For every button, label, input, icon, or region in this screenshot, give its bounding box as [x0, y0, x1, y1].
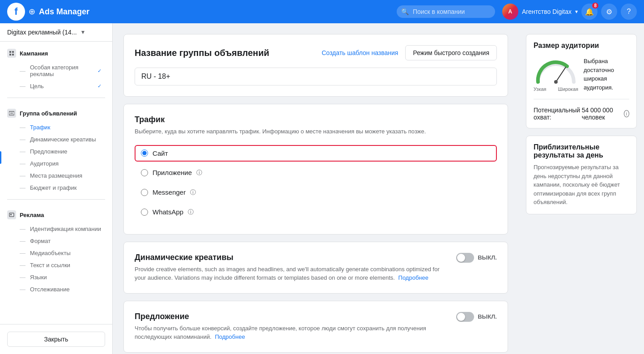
ad-group-name-title: Название группы объявлений: [135, 48, 269, 58]
ad-group-section-header[interactable]: Группа объявлений: [7, 107, 105, 121]
traffic-radio-whatsapp[interactable]: [141, 209, 148, 216]
account-selector[interactable]: Digitax рекламный (14... ▼: [0, 23, 112, 42]
offer-card: Предложение Чтобы получить больше конвер…: [123, 301, 508, 353]
main-layout: Digitax рекламный (14... ▼ Кампания — Ос…: [0, 23, 644, 354]
svg-rect-1: [12, 51, 14, 53]
agency-avatar-wrap[interactable]: A Агентство Digitax ▾: [502, 4, 578, 20]
traffic-label-messenger: Messenger: [153, 188, 186, 196]
dynamic-creatives-toggle-label: ВЫКЛ.: [478, 254, 497, 261]
close-button-wrap: Закрыть: [0, 324, 112, 354]
panel-divider: [534, 99, 629, 99]
nav-right: A Агентство Digitax ▾ 🔔 8 ⚙ ?: [502, 4, 637, 20]
sidebar-item-format[interactable]: — Формат: [7, 235, 105, 247]
sidebar-item-text-links[interactable]: — Текст и ссылки: [7, 259, 105, 271]
svg-rect-0: [9, 51, 11, 53]
ad-group-section: Группа объявлений — Трафик — Динамически…: [0, 102, 112, 196]
toggle-knob: [457, 254, 465, 262]
search-input[interactable]: [397, 5, 495, 18]
notifications-button[interactable]: 🔔 8: [581, 4, 597, 20]
dash-icon-goal: —: [20, 83, 25, 90]
results-card: Приблизительные результаты за день Прогн…: [526, 136, 637, 214]
offer-toggle[interactable]: [456, 312, 474, 322]
ad-section-icon: [7, 210, 16, 219]
ad-section-header[interactable]: Реклама: [7, 209, 105, 223]
quick-create-button[interactable]: Режим быстрого создания: [405, 45, 497, 60]
traffic-card: Трафик Выберите, куда вы хотите направля…: [123, 104, 508, 235]
campaign-section-header[interactable]: Кампания: [7, 47, 105, 61]
gauge-wrap: Узкая Широкая Выбрана достаточно широкая…: [534, 57, 629, 92]
check-icon-special: ✓: [97, 68, 102, 74]
traffic-option-messenger[interactable]: Messenger ⓘ: [135, 184, 497, 201]
ad-group-name-input[interactable]: [135, 68, 497, 85]
traffic-radio-messenger[interactable]: [141, 189, 148, 196]
question-icon: ?: [627, 8, 631, 16]
sidebar-item-special-category[interactable]: — Особая категория рекламы ✓: [7, 61, 105, 80]
info-icon-messenger[interactable]: ⓘ: [190, 188, 196, 196]
sidebar-item-offer[interactable]: — Предложение: [7, 145, 105, 158]
sidebar-label-budget: Бюджет и график: [30, 184, 76, 191]
svg-rect-3: [12, 54, 14, 55]
sidebar-label-format: Формат: [30, 238, 51, 244]
dynamic-creatives-link[interactable]: Подробнее: [398, 274, 428, 281]
account-name: Digitax рекламный (14...: [7, 29, 77, 36]
sidebar-item-tracking[interactable]: — Отслеживание: [7, 283, 105, 295]
sidebar-label-audience: Аудитория: [30, 160, 59, 167]
main-content: Название группы объявлений Создать шабло…: [113, 23, 519, 354]
info-icon-app[interactable]: ⓘ: [196, 169, 202, 177]
search-icon: 🔍: [401, 8, 409, 15]
help-button[interactable]: ?: [621, 4, 637, 20]
traffic-option-app[interactable]: Приложение ⓘ: [135, 164, 497, 181]
ad-icon-svg: [9, 212, 14, 218]
ad-group-name-card: Название группы объявлений Создать шабло…: [123, 34, 508, 97]
sidebar-item-goal[interactable]: — Цель ✓: [7, 80, 105, 92]
campaign-section: Кампания — Особая категория рекламы ✓ — …: [0, 42, 112, 94]
create-template-link[interactable]: Создать шаблон названия: [322, 49, 398, 56]
reach-value: 54 000 000 человек: [582, 107, 622, 121]
app-title: Ads Manager: [39, 7, 89, 17]
ad-group-section-icon: [7, 109, 16, 118]
sidebar-item-company-id[interactable]: — Идентификация компании: [7, 223, 105, 235]
traffic-radio-site[interactable]: [141, 149, 148, 157]
bell-icon: 🔔: [585, 8, 594, 16]
reach-info-icon[interactable]: i: [624, 110, 629, 117]
grid-icon[interactable]: ⊕: [29, 7, 35, 17]
sidebar-label-placements: Места размещения: [30, 172, 82, 179]
sidebar-label-media-objects: Медиаобъекты: [30, 250, 71, 256]
traffic-option-whatsapp[interactable]: WhatsApp ⓘ: [135, 204, 497, 221]
svg-rect-5: [10, 113, 13, 114]
sidebar-item-placements[interactable]: — Места размещения: [7, 170, 105, 182]
sidebar-item-dynamic-creatives[interactable]: — Динамические креативы: [7, 133, 105, 145]
check-icon-goal: ✓: [97, 83, 102, 89]
dynamic-creatives-title: Динамические креативы: [135, 253, 445, 262]
audience-size-title: Размер аудитории: [534, 42, 629, 50]
sidebar-item-traffic[interactable]: — Трафик: [7, 121, 105, 133]
reach-label: Потенциальный охват:: [534, 107, 582, 121]
sidebar-item-budget[interactable]: — Бюджет и график: [7, 182, 105, 194]
traffic-radio-app[interactable]: [141, 169, 148, 176]
active-bar: [0, 151, 1, 164]
info-icon-whatsapp[interactable]: ⓘ: [188, 208, 194, 216]
traffic-label-site: Сайт: [153, 149, 168, 157]
notification-badge: 8: [592, 3, 598, 9]
sidebar-label-goal: Цель: [30, 83, 44, 90]
settings-button[interactable]: ⚙: [601, 4, 617, 20]
sidebar-label-company-id: Идентификация компании: [30, 226, 101, 232]
name-card-actions: Создать шаблон названия Режим быстрого с…: [322, 45, 497, 60]
gauge-labels: Узкая Широкая: [534, 86, 578, 92]
traffic-option-site[interactable]: Сайт: [135, 145, 497, 162]
dash-icon-offer: —: [20, 148, 25, 155]
close-button[interactable]: Закрыть: [7, 332, 105, 347]
sidebar-item-media-objects[interactable]: — Медиаобъекты: [7, 247, 105, 259]
offer-title: Предложение: [135, 312, 445, 321]
gear-icon: ⚙: [606, 8, 612, 16]
svg-rect-2: [9, 54, 11, 55]
sidebar-item-languages[interactable]: — Языки: [7, 271, 105, 283]
sidebar-item-audience[interactable]: — Аудитория: [7, 158, 105, 170]
offer-link[interactable]: Подробнее: [215, 333, 245, 340]
offer-toggle-label: ВЫКЛ.: [478, 313, 497, 320]
dynamic-creatives-toggle[interactable]: [456, 253, 474, 263]
dash-icon-placements: —: [20, 172, 25, 179]
gauge-container: Узкая Широкая: [534, 57, 578, 92]
svg-line-8: [556, 67, 566, 82]
reach-row: Потенциальный охват: 54 000 000 человек …: [534, 107, 629, 121]
